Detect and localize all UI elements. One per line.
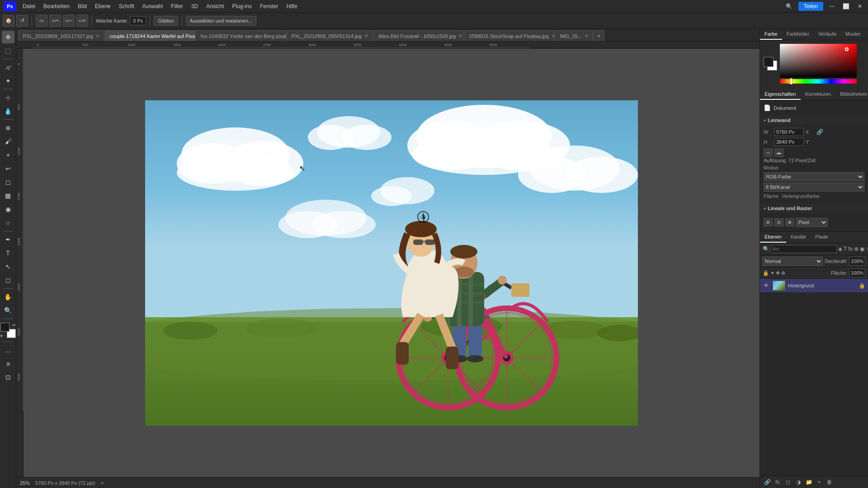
clone-tool[interactable]: ⌖ (2, 149, 14, 161)
menu-3d[interactable]: 3D (188, 2, 202, 10)
fill-input[interactable] (849, 268, 865, 277)
history-brush-tool[interactable]: ↩ (2, 162, 14, 175)
tab-pxl2[interactable]: PXL_20210908_095051314.jpg ✕ (287, 30, 373, 41)
tab-stocksnap[interactable]: 2598015 StockSnap auf Pixabay.jpg ✕ (464, 30, 555, 41)
tab-pfade[interactable]: Pfade (811, 232, 833, 243)
menu-ebene[interactable]: Ebene (91, 2, 114, 10)
select-intersect-btn[interactable]: ▭× (76, 15, 88, 27)
layer-filter-kind-icon[interactable]: ◈ (838, 244, 842, 253)
tab-ebenen[interactable]: Ebenen (760, 232, 786, 243)
tab-close-icon[interactable]: ✕ (364, 33, 368, 38)
tab-farbe[interactable]: Farbe (760, 29, 782, 40)
crop-tool[interactable]: ⊹ (2, 91, 14, 104)
menu-fenster[interactable]: Fenster (256, 2, 282, 10)
tab-farbfelder[interactable]: Farbfelder (782, 29, 814, 40)
tab-fox[interactable]: fox-1540833 Yvette van den Berg pixabay.… (196, 30, 286, 41)
smooth-button[interactable]: Glätten (154, 16, 178, 26)
gradient-tool[interactable]: ▦ (2, 189, 14, 202)
menu-auswahl[interactable]: Auswahl (139, 2, 166, 10)
home-button[interactable]: 🏠 (3, 15, 14, 27)
tab-overflow-button[interactable]: » (594, 30, 604, 41)
window-close-icon[interactable]: ✕ (855, 2, 864, 10)
layer-visibility-icon[interactable]: 👁 (763, 282, 770, 289)
tab-eigenschaften[interactable]: Eigenschaften (760, 89, 801, 100)
ruler-corner-icon[interactable]: ⊞ (764, 218, 773, 226)
tab-verlaeufe[interactable]: Verläufe (814, 29, 841, 40)
hue-handle[interactable] (790, 78, 793, 84)
canvas-viewport[interactable]: ↖ (24, 49, 760, 477)
menu-bearbeiten[interactable]: Bearbeiten (40, 2, 73, 10)
layer-fx-icon[interactable]: fx (773, 478, 782, 487)
canvas-section-header[interactable]: ▾ Leinwand (760, 115, 868, 125)
layer-adjustment-icon[interactable]: ◑ (794, 478, 803, 487)
dodge-tool[interactable]: ○ (2, 216, 14, 229)
eyedropper-tool[interactable]: 💧 (2, 105, 14, 117)
ruler-unit-select[interactable]: Pixel Zoll cm mm (796, 218, 828, 227)
menu-bild[interactable]: Bild (74, 2, 90, 10)
canvas-landscape-icon[interactable]: ▬ (774, 149, 783, 157)
menu-hilfe[interactable]: Hilfe (283, 2, 301, 10)
select-add-btn[interactable]: ▭+ (49, 15, 61, 27)
path-select-tool[interactable]: ↖ (2, 260, 14, 273)
layer-add-icon[interactable]: + (815, 478, 824, 487)
width-input[interactable] (774, 128, 804, 136)
layer-filter-smart-icon[interactable]: ↑ (866, 244, 868, 253)
menu-ansicht[interactable]: Ansicht (203, 2, 227, 10)
hue-slider[interactable] (780, 79, 857, 84)
color-reset-icon[interactable]: ■ (0, 333, 3, 338)
rulers-section-header[interactable]: ▾ Lineale und Raster (760, 203, 868, 213)
mode-select[interactable]: RGB-Farbe CMYK-Farbe Graustufen (764, 172, 864, 181)
zoom-tool[interactable]: 🔍 (2, 304, 14, 317)
magic-wand-tool[interactable]: ✦ (2, 75, 14, 87)
color-selector[interactable]: ■ ⇄ (0, 323, 16, 338)
link-icon[interactable]: 🔗 (816, 129, 823, 135)
layer-filter-mode-icon[interactable]: ⊕ (854, 244, 859, 253)
tab-close-icon[interactable]: ✕ (458, 33, 462, 38)
bit-select[interactable]: 8 Bit/Kanal 16 Bit/Kanal 32 Bit/Kanal (764, 183, 864, 192)
opacity-input[interactable] (849, 257, 865, 266)
layer-item-hintergrund[interactable]: 👁 Hintergrund 🔒 (760, 279, 868, 293)
marquee-tool[interactable]: ⬚ (2, 44, 14, 57)
status-arrow[interactable]: > (101, 480, 104, 486)
select-mask-button[interactable]: Auswählen und maskieren... (186, 16, 256, 26)
tab-bibliotheken[interactable]: Bibliotheken (835, 89, 868, 100)
tab-football[interactable]: Altes Bild Fussball - 1050x1500.jpg ✕ (373, 30, 464, 41)
extra-tools[interactable]: … (2, 344, 14, 357)
select-sub-btn[interactable]: ▭− (63, 15, 75, 27)
layer-filter-color-icon[interactable]: ◉ (860, 244, 864, 253)
tab-pxl1[interactable]: PXL_20210809_100117327.jpg ✕ (18, 30, 104, 41)
color-gradient-picker[interactable] (780, 44, 857, 78)
share-button[interactable]: Teilen (798, 2, 823, 11)
layer-link-icon[interactable]: 🔗 (763, 478, 772, 487)
canvas-portrait-icon[interactable]: ▭ (764, 149, 773, 157)
layer-mask-icon[interactable]: ◻ (783, 478, 793, 487)
tab-couple[interactable]: couple-1718244 Karen Warfel auf Pixabay.… (105, 30, 195, 41)
tab-close-icon[interactable]: ✕ (552, 33, 554, 38)
layer-search-input[interactable] (771, 245, 837, 253)
soft-edge-input[interactable] (130, 16, 146, 25)
eraser-tool[interactable]: ◻ (2, 176, 14, 188)
layer-delete-icon[interactable]: 🗑 (825, 478, 834, 487)
small-tools[interactable]: ⊞ (2, 357, 14, 370)
menu-filter[interactable]: Filter (167, 2, 187, 10)
window-restore-icon[interactable]: ⬜ (840, 2, 852, 10)
shape-tool[interactable]: ◻ (2, 274, 14, 286)
heal-tool[interactable]: ⊕ (2, 122, 14, 134)
hand-tool[interactable]: ✋ (2, 291, 14, 303)
rotate-tool[interactable]: ↺ (16, 15, 28, 27)
lasso-tool[interactable]: ⌭ (2, 61, 14, 74)
layer-folder-icon[interactable]: 📁 (804, 478, 813, 487)
window-minimize-icon[interactable]: — (827, 2, 837, 10)
tab-close-icon[interactable]: ✕ (585, 33, 588, 38)
grid-icon[interactable]: ⊟ (774, 218, 783, 226)
layer-filter-text-icon[interactable]: T (844, 244, 847, 253)
menu-datei[interactable]: Datei (19, 2, 39, 10)
tab-close-icon[interactable]: ✕ (96, 33, 99, 38)
search-icon[interactable]: 🔍 (783, 2, 795, 10)
text-tool[interactable]: T (2, 247, 14, 259)
tab-img[interactable]: IMG_20... ✕ (555, 30, 593, 41)
blur-tool[interactable]: ◉ (2, 203, 14, 216)
pen-tool[interactable]: ✒ (2, 233, 14, 246)
tab-muster[interactable]: Muster (841, 29, 865, 40)
color-picker-handle[interactable] (845, 47, 849, 51)
